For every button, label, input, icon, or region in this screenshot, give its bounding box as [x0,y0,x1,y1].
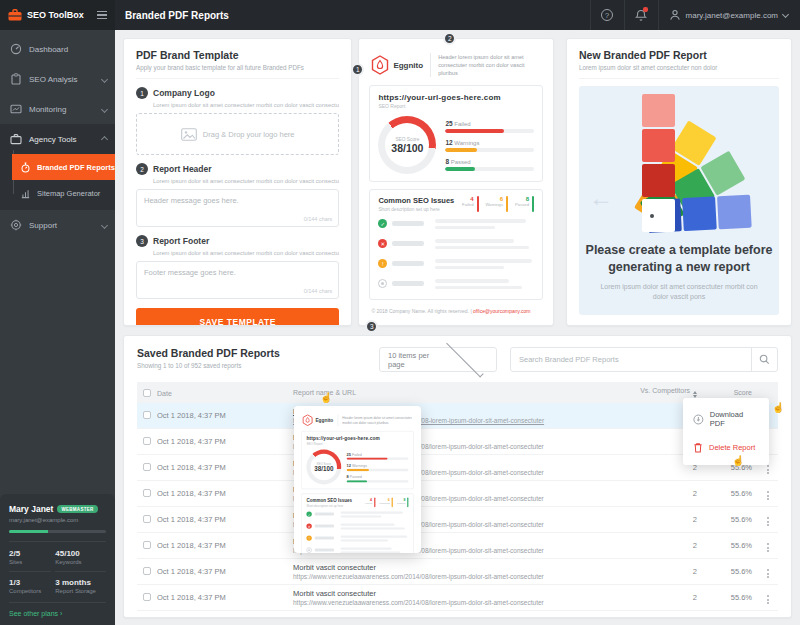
row-date: Oct 1 2018, 4:37 PM [157,437,226,446]
common-seo-issues-card: Common SEO Issues Short description set … [369,189,543,300]
search-input[interactable] [511,355,751,364]
row-actions-kebab[interactable] [764,568,772,579]
row-actions-kebab[interactable] [764,490,772,501]
row-checkbox[interactable] [143,489,151,497]
notification-badge [643,7,648,12]
char-counter: 0/144 chars [304,216,333,222]
unknown-icon [306,547,311,552]
usage-progress-bar [9,530,106,533]
table-row[interactable]: Oct 1 2018, 4:37 PM Morbit vascit consec… [137,507,778,533]
report-url: https://your-url-goes-here.com [306,436,408,441]
app-name: SEO ToolBox [27,10,97,20]
check-icon: ✓ [378,219,387,228]
issue-row: ✓ [306,511,408,519]
clipboard-icon [10,73,22,85]
issue-row: ✕ [378,239,534,252]
report-name-link[interactable]: Morbit vascit consectuter [293,563,587,572]
row-checkbox[interactable] [143,541,151,549]
hand-cursor-icon: ☝ [772,402,784,413]
row-competitors: 2 [593,533,703,559]
issues-title: Common SEO Issues [378,196,454,205]
download-pdf-menu-item[interactable]: Download PDF [683,403,769,435]
chevron-down-icon [101,221,108,228]
row-checkbox[interactable] [143,463,151,471]
preview-header-text: Header lorem ipsum dolor sit amet consec… [342,415,414,425]
row-checkbox[interactable] [143,437,151,445]
chevron-down-icon [782,10,789,17]
card-title: New Branded PDF Report [579,49,779,61]
hand-cursor-icon: ☝ [320,392,332,403]
report-name-link[interactable]: Morbit vascit consectuter [293,615,587,618]
report-url-link[interactable]: https://www.venezuelaawareness.com/2014/… [293,573,587,580]
search-icon [759,354,770,365]
search-button[interactable] [751,348,777,371]
table-row[interactable]: Oct 1 2018, 4:37 PM Morbit vascit consec… [137,429,778,455]
table-row[interactable]: Oct 1 2018, 4:37 PM Morbit vascit consec… [137,533,778,559]
row-competitors: 2 [593,611,703,619]
row-actions-kebab[interactable] [764,594,772,605]
report-label: SEO Report [306,442,408,446]
table-row[interactable]: Oct 1 2018, 4:37 PM Morbit vascit consec… [137,481,778,507]
warning-icon: ! [378,259,387,268]
chevron-down-icon [101,105,108,112]
sidebar-item-support[interactable]: Support [0,210,115,240]
table-row[interactable]: Oct 1 2018, 4:37 PM Lorem ipsum dolor si… [137,403,778,429]
sidebar-item-agency-tools[interactable]: Agency Tools [0,124,115,154]
brand-zone: SEO ToolBox [0,0,115,30]
stat-report-storage: 3 monthsReport Storage [55,571,106,594]
sidebar-item-dashboard[interactable]: Dashboard [0,34,115,64]
report-name-link[interactable]: Morbit vascit consectuter [293,589,587,598]
report-summary-card: https://your-url-goes-here.com SEO Repor… [301,431,414,489]
x-icon: ✕ [378,239,387,248]
row-checkbox[interactable] [143,593,151,601]
sidebar-item-seo-analysis[interactable]: SEO Analysis [0,64,115,94]
eggnito-hexagon-icon [371,55,389,75]
issue-row [306,547,408,553]
report-url: https://your-url-goes-here.com [378,93,534,102]
row-checkbox[interactable] [143,411,151,419]
issues-title: Common SEO Issues [306,498,352,503]
hamburger-menu-icon[interactable] [97,11,107,20]
table-row[interactable]: Oct 1 2018, 4:37 PM Morbit vascit consec… [137,455,778,481]
marker-footer: 3 [365,320,378,333]
user-menu[interactable]: mary.janet@example.com [658,0,800,30]
stat-competitors: 1/3Competitors [9,571,51,594]
step-number: 1 [136,87,148,99]
select-all-checkbox[interactable] [143,389,151,397]
sidebar-item-sitemap-generator[interactable]: Sitemap Generator [12,180,115,206]
brand-logo: Eggnito [371,55,423,75]
see-other-plans-link[interactable]: See other plans › [9,602,106,617]
chevron-down-icon [446,340,483,377]
items-per-page-dropdown[interactable]: 10 items per page [379,347,497,372]
notifications-button[interactable] [624,0,658,30]
row-date: Oct 1 2018, 4:37 PM [157,411,226,420]
stopwatch-icon [20,162,31,173]
logo-dropzone[interactable]: Drag & Drop your logo here [136,113,339,155]
table-row[interactable]: Oct 1 2018, 4:37 PM Morbit vascit consec… [137,585,778,611]
sidebar-item-label: Support [29,221,102,230]
section-title: Saved Branded PDF Reports [137,347,379,359]
metric-passed: 8 Passed [445,158,534,171]
step-description: Lorem ipsum dolor sit amet consectuter m… [153,178,339,184]
row-actions-kebab[interactable] [764,542,772,553]
pdf-brand-template-card: PDF Brand Template Apply your brand basi… [123,38,352,326]
row-score: 55.6% [703,481,758,507]
report-url-link[interactable]: https://www.venezuelaawareness.com/2014/… [293,599,587,606]
sidebar-item-branded-pdf-reports[interactable]: Branded PDF Reports [12,154,115,180]
row-score: 55.6% [703,585,758,611]
brand-logo: Eggnito [302,414,333,426]
help-button[interactable]: ? [590,0,624,30]
row-checkbox[interactable] [143,567,151,575]
table-row[interactable]: Oct 1 2018, 4:37 PM Morbit vascit consec… [137,611,778,619]
row-checkbox[interactable] [143,515,151,523]
row-actions-kebab[interactable] [764,516,772,527]
table-row[interactable]: Oct 1 2018, 4:37 PM Morbit vascit consec… [137,559,778,585]
row-actions-kebab[interactable] [764,464,772,475]
delete-report-menu-item[interactable]: Delete Report [683,435,769,460]
preview-footer: © 2018 Company Name. All rights reserved… [369,308,543,314]
briefcase-logo-icon [8,9,22,21]
save-template-button[interactable]: SAVE TEMPLATE [136,308,339,326]
user-email: mary.janet@example.com [9,517,106,523]
sidebar-item-monitoring[interactable]: Monitoring [0,94,115,124]
seo-score-donut: SEO Score 38/100 [306,450,341,485]
